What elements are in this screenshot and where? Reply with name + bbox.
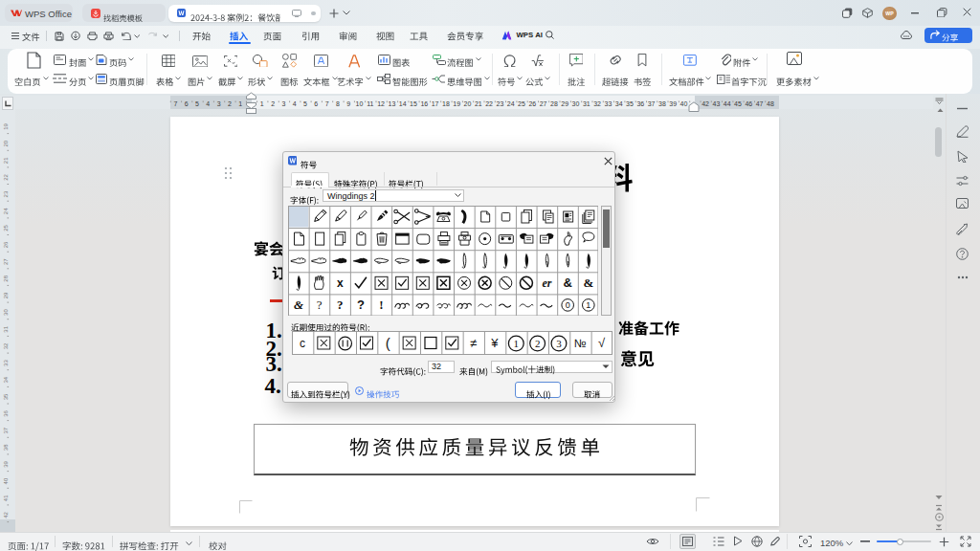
svg-text:&: & — [563, 276, 571, 290]
svg-text:x: x — [337, 276, 344, 290]
svg-text:48: 48 — [767, 99, 774, 106]
svg-text:25: 25 — [3, 224, 9, 231]
svg-text:39: 39 — [669, 99, 677, 106]
svg-text:37: 37 — [3, 427, 9, 433]
svg-text:6: 6 — [185, 99, 189, 106]
svg-text:?: ? — [337, 298, 344, 312]
svg-text:13: 13 — [389, 99, 396, 106]
svg-text:30: 30 — [3, 309, 9, 316]
svg-text:14: 14 — [399, 99, 407, 106]
svg-text:29: 29 — [3, 292, 9, 298]
svg-text:3: 3 — [556, 337, 562, 348]
svg-text:34: 34 — [615, 99, 623, 106]
svg-text:7: 7 — [173, 99, 177, 106]
svg-text:23: 23 — [497, 99, 504, 106]
svg-text:&: & — [294, 298, 303, 312]
svg-text:16: 16 — [420, 99, 428, 106]
svg-text:35: 35 — [626, 99, 634, 106]
svg-text:0: 0 — [566, 300, 570, 310]
svg-text:24: 24 — [3, 208, 9, 214]
svg-text:1: 1 — [238, 99, 242, 106]
svg-text:9: 9 — [346, 99, 350, 106]
svg-text:29: 29 — [561, 99, 568, 106]
svg-text:11: 11 — [367, 99, 373, 106]
svg-text:23: 23 — [3, 190, 9, 197]
svg-text:6: 6 — [314, 99, 318, 106]
svg-text:28: 28 — [550, 99, 558, 106]
svg-text:3: 3 — [217, 99, 221, 106]
svg-text:39: 39 — [3, 461, 9, 468]
svg-text:40: 40 — [3, 477, 9, 484]
svg-text:7: 7 — [325, 99, 329, 106]
svg-text:32: 32 — [593, 99, 601, 106]
svg-text:4: 4 — [293, 99, 297, 106]
svg-text:2: 2 — [271, 99, 275, 106]
svg-text:3: 3 — [281, 99, 285, 106]
svg-text:44: 44 — [724, 99, 731, 106]
svg-text:33: 33 — [3, 360, 9, 366]
svg-text:?: ? — [317, 298, 323, 312]
svg-text:21: 21 — [475, 99, 482, 106]
svg-text:21: 21 — [3, 157, 9, 164]
svg-text:5: 5 — [303, 99, 307, 106]
svg-text:24: 24 — [507, 99, 515, 106]
svg-text:19: 19 — [453, 99, 460, 106]
svg-text:32: 32 — [3, 342, 9, 349]
svg-text:?: ? — [357, 298, 365, 312]
svg-text:28: 28 — [3, 275, 9, 281]
svg-text:26: 26 — [528, 99, 536, 106]
svg-text:31: 31 — [3, 325, 9, 332]
svg-text:38: 38 — [658, 99, 666, 106]
svg-text:¥: ¥ — [490, 336, 499, 350]
svg-text:34: 34 — [3, 376, 9, 383]
svg-text:40: 40 — [680, 99, 688, 106]
svg-text:1: 1 — [260, 99, 264, 106]
svg-text:er: er — [543, 276, 552, 290]
svg-text:2: 2 — [228, 99, 232, 106]
svg-text:20: 20 — [464, 99, 472, 106]
svg-text:19: 19 — [3, 123, 9, 130]
svg-text:36: 36 — [636, 99, 644, 106]
svg-text:31: 31 — [583, 99, 590, 106]
svg-text:36: 36 — [3, 410, 9, 417]
svg-text:37: 37 — [648, 99, 656, 106]
svg-text:42: 42 — [3, 511, 9, 518]
svg-text:33: 33 — [605, 99, 612, 106]
svg-text:(: ( — [385, 335, 390, 351]
svg-text:5: 5 — [195, 99, 199, 106]
svg-text:1: 1 — [586, 300, 590, 310]
svg-text:30: 30 — [572, 99, 580, 106]
svg-text:26: 26 — [3, 241, 9, 248]
svg-text:22: 22 — [3, 174, 9, 181]
svg-text:№: № — [573, 337, 586, 350]
svg-text:&: & — [583, 276, 593, 290]
svg-text:41: 41 — [3, 495, 9, 501]
svg-text:c: c — [300, 337, 305, 350]
svg-text:27: 27 — [540, 99, 547, 106]
svg-text:45: 45 — [734, 99, 742, 106]
svg-text:15: 15 — [410, 99, 417, 106]
svg-text:√: √ — [598, 336, 606, 350]
svg-text:4: 4 — [206, 99, 210, 106]
svg-text:≠: ≠ — [470, 336, 477, 350]
svg-text:2: 2 — [534, 337, 540, 348]
svg-text:17: 17 — [432, 99, 439, 106]
svg-text:42: 42 — [702, 99, 709, 106]
svg-text:25: 25 — [518, 99, 525, 106]
svg-text:38: 38 — [3, 444, 9, 451]
svg-text:35: 35 — [3, 393, 9, 400]
svg-text:1: 1 — [513, 337, 519, 348]
svg-text:10: 10 — [356, 99, 364, 106]
svg-text:43: 43 — [713, 99, 721, 106]
svg-text:22: 22 — [485, 99, 493, 106]
svg-text:12: 12 — [377, 99, 385, 106]
svg-text:!: ! — [379, 298, 383, 312]
svg-text:8: 8 — [336, 99, 340, 106]
svg-text:47: 47 — [756, 99, 764, 106]
svg-text:18: 18 — [442, 99, 450, 106]
svg-text:27: 27 — [3, 258, 9, 265]
svg-text:20: 20 — [3, 140, 9, 146]
svg-text:46: 46 — [745, 99, 752, 106]
